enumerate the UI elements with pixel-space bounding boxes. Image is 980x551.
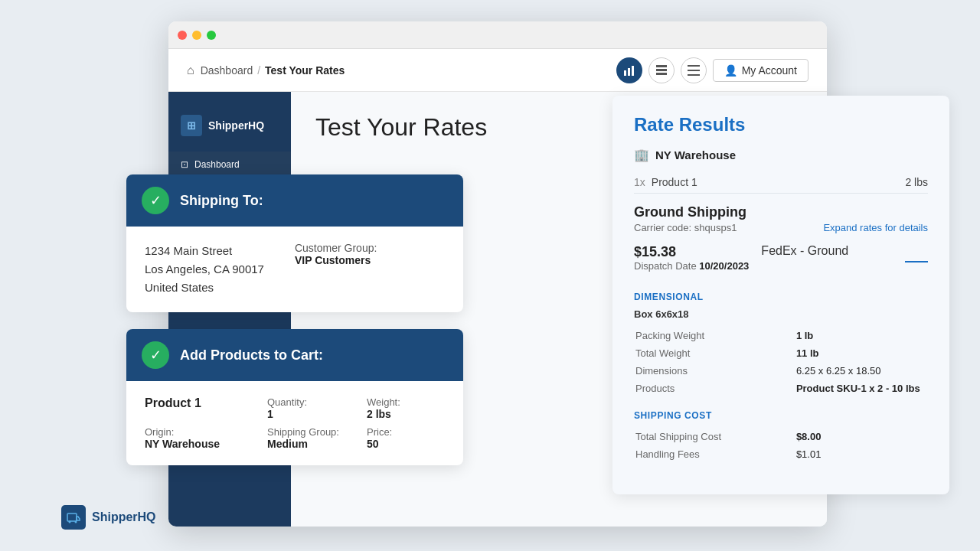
maximize-button[interactable]: [207, 31, 216, 40]
shipperhq-logo-footer: ShipperHQ: [61, 505, 156, 530]
svg-rect-9: [67, 514, 77, 521]
sidebar-dashboard-label: Dashboard: [194, 159, 240, 170]
browser-titlebar: [168, 21, 827, 49]
dimensions-label: Dimensions: [635, 363, 795, 379]
user-icon: 👤: [724, 64, 737, 77]
svg-rect-6: [688, 65, 700, 67]
rate-results-title: Rate Results: [634, 114, 928, 135]
handling-fees-row: Handling Fees $1.01: [635, 446, 926, 462]
total-weight-label: Total Weight: [635, 345, 795, 361]
total-shipping-cost-row: Total Shipping Cost $8.00: [635, 429, 926, 445]
price-col: Price: 50: [367, 426, 463, 450]
carrier-code-text: Carrier code: shqusps1: [634, 222, 737, 233]
svg-rect-3: [656, 65, 667, 67]
shipping-to-card: ✓ Shipping To: 1234 Main Street Los Ange…: [126, 174, 463, 312]
dimensional-label: DIMENSIONAL: [634, 292, 928, 302]
svg-point-11: [75, 521, 77, 523]
my-account-button[interactable]: 👤 My Account: [713, 59, 808, 82]
product-line-weight: 2 lbs: [905, 176, 928, 188]
customer-group: Customer Group: VIP Customers: [295, 242, 377, 266]
svg-rect-7: [688, 70, 700, 71]
quantity-col: Quantity: 1: [267, 396, 367, 420]
breadcrumb-current: Test Your Rates: [265, 64, 345, 77]
total-shipping-cost-value: $8.00: [796, 429, 926, 445]
handling-fees-label: Handling Fees: [635, 446, 795, 462]
products-body: Product 1 Quantity: 1 Weight: 2 lbs Orig…: [126, 381, 463, 465]
table-icon-button[interactable]: [648, 57, 675, 83]
sidebar-item-dashboard[interactable]: ⊡ Dashboard: [168, 152, 291, 178]
quantity-label: Quantity:: [267, 396, 367, 408]
svg-rect-2: [632, 66, 634, 76]
shipping-to-card-header: ✓ Shipping To:: [126, 174, 463, 227]
products-title: Add Products to Cart:: [180, 347, 323, 364]
app-header: ⌂ Dashboard / Test Your Rates: [168, 49, 827, 92]
menu-icon-button[interactable]: [681, 57, 707, 83]
product-line: 1x Product 1 2 lbs: [634, 171, 928, 194]
shipping-to-body: 1234 Main Street Los Angeles, CA 90017 U…: [126, 227, 463, 312]
breadcrumb-home[interactable]: Dashboard: [201, 64, 253, 77]
shipping-method-title: Ground Shipping: [634, 204, 928, 220]
svg-point-10: [69, 521, 71, 523]
address-line2: Los Angeles, CA 90017: [145, 260, 264, 279]
svg-rect-5: [656, 73, 667, 75]
carrier-code-value: shqusps1: [694, 222, 737, 233]
dashboard-icon: ⊡: [181, 159, 188, 170]
home-icon: ⌂: [187, 64, 194, 77]
sidebar-logo-text: ShipperHQ: [208, 119, 264, 132]
customer-group-value: VIP Customers: [295, 254, 377, 266]
weight-value: 2 lbs: [367, 408, 463, 420]
quantity-value: 1: [267, 408, 367, 420]
shipperhq-logo-icon: [61, 505, 86, 530]
price-value: 50: [367, 438, 463, 450]
shipping-group-value: Medium: [267, 438, 367, 450]
shipping-check-icon: ✓: [142, 187, 169, 214]
shipping-details-row: 1234 Main Street Los Angeles, CA 90017 U…: [145, 242, 445, 297]
product-qty: 1x: [634, 176, 645, 188]
chart-icon: [623, 64, 635, 77]
address-line3: United States: [145, 279, 264, 297]
shipping-cost-label: SHIPPING COST: [634, 410, 928, 421]
divider-line: [905, 261, 928, 262]
fedex-carrier-name: FedEx - Ground: [761, 244, 928, 258]
shipping-cost-table: Total Shipping Cost $8.00 Handling Fees …: [634, 427, 928, 464]
price-label: Price:: [367, 426, 463, 438]
dispatch-date: 10/20/2023: [699, 260, 749, 272]
fedex-price-col: $15.38 Dispatch Date 10/20/2023: [634, 244, 749, 284]
dimensions-value: 6.25 x 6.25 x 18.50: [796, 363, 926, 379]
chart-icon-button[interactable]: [616, 57, 642, 83]
dimensions-row: Dimensions 6.25 x 6.25 x 18.50: [635, 363, 926, 379]
header-right: 👤 My Account: [616, 57, 808, 83]
rate-results-panel: Rate Results 🏢 NY Warehouse 1x Product 1…: [612, 96, 949, 494]
weight-col: Weight: 2 lbs: [367, 396, 463, 420]
expand-rates-link[interactable]: Expand rates for details: [823, 222, 928, 233]
shipping-group-label: Shipping Group:: [267, 426, 367, 438]
packing-weight-label: Packing Weight: [635, 328, 795, 344]
products-row: Products Product SKU-1 x 2 - 10 lbs: [635, 380, 926, 396]
hamburger-icon: [688, 65, 700, 76]
logo-icon: ⊞: [181, 115, 202, 136]
table-icon: [655, 64, 668, 77]
customer-group-label: Customer Group:: [295, 242, 377, 254]
box-label: Box 6x6x18: [634, 308, 928, 320]
weight-label: Weight:: [367, 396, 463, 408]
dimensional-table: Packing Weight 1 lb Total Weight 11 lb D…: [634, 326, 928, 398]
minimize-button[interactable]: [192, 31, 201, 40]
product-line-name: Product 1: [652, 176, 697, 188]
svg-rect-8: [688, 74, 700, 76]
packing-weight-value: 1 lb: [796, 328, 926, 344]
handling-fees-value: $1.01: [796, 446, 926, 462]
carrier-code-row: Carrier code: shqusps1 Expand rates for …: [634, 222, 928, 233]
shipperhq-svg-icon: [67, 510, 80, 524]
carrier-code-label: Carrier code:: [634, 222, 691, 233]
close-button[interactable]: [178, 31, 187, 40]
total-weight-row: Total Weight 11 lb: [635, 345, 926, 361]
warehouse-icon: 🏢: [634, 148, 649, 162]
total-weight-value: 11 lb: [796, 345, 926, 361]
warehouse-name: NY Warehouse: [655, 148, 736, 161]
svg-rect-0: [624, 70, 626, 76]
sidebar-logo: ⊞ ShipperHQ: [168, 107, 291, 152]
product-grid: Product 1 Quantity: 1 Weight: 2 lbs Orig…: [145, 396, 445, 450]
warehouse-row: 🏢 NY Warehouse: [634, 148, 928, 162]
address-line1: 1234 Main Street: [145, 242, 264, 260]
dispatch-label: Dispatch Date: [634, 260, 697, 272]
